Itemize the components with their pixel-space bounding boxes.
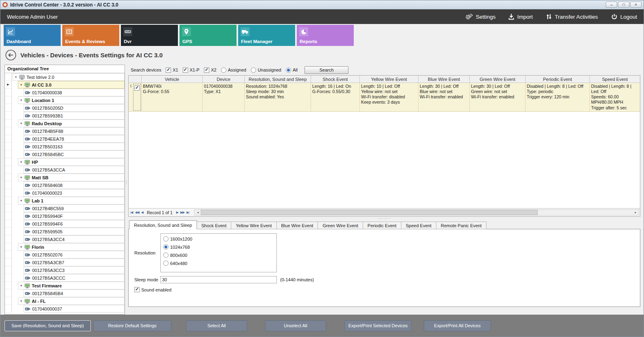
tree-item[interactable]: 00127B4EEA78 [5,135,125,143]
tree-item[interactable]: Lab 1 [5,197,125,204]
tab[interactable]: Speed Event [401,222,436,229]
tree-item[interactable]: Test Firmware [5,282,125,289]
sleep-mode-input[interactable] [160,276,277,283]
tree-item-box[interactable]: 00127B5993B1 [24,112,125,120]
select-all-button[interactable]: Select All [186,320,247,331]
grid-horizontal-scrollbar[interactable] [194,209,639,215]
tree-item[interactable]: 00127B4BC559 [5,204,125,212]
tile-events-reviews[interactable]: Events & Reviews [62,25,119,46]
expand-arrow-icon[interactable] [14,75,18,79]
import-button[interactable]: Import [508,13,532,20]
tab[interactable]: Remote Panic Event [436,222,486,229]
tab[interactable]: Blue Wire Event [276,222,318,229]
tree-item[interactable]: Test Idrive 2.0 [5,73,125,81]
tree-item-box[interactable]: AI CC 3.0 [18,81,125,89]
tree-item[interactable]: 00127B5A3CC3 [5,266,125,274]
tile-gps[interactable]: GPS [180,25,237,46]
scroll-right-arrow-icon[interactable] [633,211,639,214]
scrollbar-track[interactable] [201,210,633,215]
tree-item-box[interactable]: 00127B4B5F88 [24,127,125,135]
tree-item-box[interactable]: 017040000038 [24,89,125,96]
tile-reports[interactable]: Reports [297,25,354,46]
tree-item-box[interactable]: 00127B4BC559 [24,204,125,212]
resolution-option-radio[interactable]: 1600x1200 [163,236,276,241]
grid-column-header[interactable]: Green Wire Event [470,76,526,83]
tree-item-box[interactable]: AI - FL [18,297,125,305]
tree-item[interactable]: 00127B5A3CB7 [5,259,125,266]
close-button[interactable]: × [630,2,642,8]
tree-item[interactable]: 00127B5A3CCA [5,166,125,174]
tab[interactable]: Shock Event [197,222,232,229]
back-button[interactable] [5,50,16,61]
tree-splitter[interactable] [125,65,128,315]
tree-item[interactable]: 00127B5845BC [5,150,125,158]
expand-arrow-icon[interactable] [19,122,23,125]
tab[interactable]: Green Wire Event [318,222,363,229]
save-resolution-button[interactable]: Save (Resolution, Sound and Sleep) [4,320,91,331]
tree-item[interactable]: Florin [5,243,125,251]
tree-item[interactable]: HP [5,158,125,166]
tree-item-box[interactable]: 00127B50205D [24,104,125,112]
scrollbar-thumb[interactable] [201,210,537,215]
device-type-checkbox[interactable]: X2 [204,67,216,73]
tab[interactable]: Periodic Event [363,222,401,229]
tab[interactable]: Yellow Wire Event [231,222,276,229]
tree-item[interactable]: 00127B59940F [5,212,125,220]
tree-item-box[interactable]: Test Idrive 2.0 [13,73,125,81]
tree-item[interactable]: AI CC 3.0 [5,81,125,89]
device-type-checkbox[interactable]: X1-P [183,67,199,73]
tree-item-box[interactable]: 00127B59940F [24,212,125,220]
device-type-checkbox[interactable]: X1 [166,67,178,73]
grid-column-header[interactable]: Blue Wire Event [418,76,470,83]
tree-item[interactable]: 00127B5993B1 [5,112,125,120]
nav-next-button[interactable]: ▶ [176,211,178,214]
tree-item-box[interactable]: Test Firmware [18,282,125,289]
tree-item-box[interactable]: 017040000037 [24,305,125,313]
assignment-filter-radio[interactable]: All [286,67,298,73]
tree-item-box[interactable]: Florin [18,243,125,251]
tree-item-box[interactable]: 00127B584608 [24,181,125,189]
tree-item[interactable]: 00127B5A3CC4 [5,235,125,243]
nav-first-button[interactable]: |◀ [130,211,133,214]
tree-item-box[interactable]: Matt SB [18,174,125,181]
tree-item[interactable]: 00127B502076 [5,251,125,259]
grid-row[interactable]: I BMW740i G-Force: 0.55017040000038 Type… [129,83,640,112]
grid-column-header[interactable]: Yellow Wire Event [360,76,418,83]
logout-button[interactable]: Logout [611,13,637,20]
tree-item-box[interactable]: 017040000023 [24,189,125,197]
tree-item[interactable]: AI - FL [5,297,125,305]
tree-item[interactable]: 00127B503163 [5,143,125,150]
scroll-left-arrow-icon[interactable] [195,211,201,214]
tree-item-box[interactable]: 00127B5994F6 [24,220,125,228]
unselect-all-button[interactable]: Unselect All [265,320,326,331]
resolution-option-radio[interactable]: 1024x768 [163,244,276,250]
grid-panel-splitter[interactable] [128,217,640,220]
tree-item-box[interactable]: 00127B503163 [24,143,125,150]
tree-item-box[interactable]: 00127B5845B4 [24,289,125,297]
assignment-filter-radio[interactable]: Unassigned [251,67,281,73]
tree-item-box[interactable]: 00127B599505 [24,228,125,235]
expand-arrow-icon[interactable] [19,199,23,202]
tree-item[interactable]: Location 1 [5,96,125,104]
tree-item[interactable]: 017040000037 [5,305,125,313]
expand-arrow-icon[interactable] [19,83,23,87]
settings-button[interactable]: Settings [465,13,496,20]
assignment-filter-radio[interactable]: Assigned [221,67,246,73]
nav-prev-page-button[interactable]: ◀◀ [135,211,139,214]
grid-column-header[interactable]: Vehicle [142,76,203,83]
tab[interactable]: Resolution, Sound and Sleep [129,220,197,229]
row-select-checkbox[interactable] [133,84,141,111]
grid-column-header[interactable]: Shock Event [311,76,360,83]
grid-column-header[interactable]: Periodic Event [526,76,590,83]
expand-arrow-icon[interactable] [19,284,23,287]
tree-item-box[interactable]: Radu Desktop [18,120,125,127]
nav-last-button[interactable]: ▶| [186,211,189,214]
tree-item[interactable]: 017040000023 [5,189,125,197]
tree-item[interactable]: Radu Desktop [5,120,125,127]
tree-item-box[interactable]: Location 1 [18,96,125,104]
tree-item-box[interactable]: 00127B5A3CCC [24,274,125,282]
maximize-button[interactable]: □ [618,2,629,8]
expand-arrow-icon[interactable] [19,176,23,179]
tree-item-box[interactable]: 00127B5845BC [24,150,125,158]
expand-arrow-icon[interactable] [19,299,23,303]
